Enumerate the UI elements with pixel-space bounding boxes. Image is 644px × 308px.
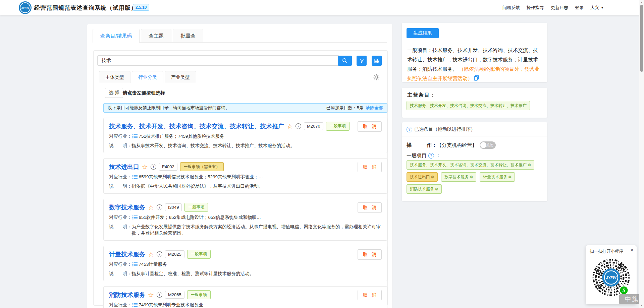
miniprogram-popup-title: 扫一扫打开小程序 — [590, 249, 623, 254]
search-button[interactable] — [338, 56, 352, 66]
user-menu[interactable]: 大兴 ▼ — [590, 5, 604, 11]
copy-icon[interactable] — [474, 74, 479, 84]
info-icon[interactable]: i — [157, 292, 162, 298]
remove-icon[interactable]: ⊗ — [528, 163, 531, 167]
selected-chip[interactable]: 数字技术服务⊗ — [441, 172, 476, 182]
notice-text: 以下条目可能涉及禁止限制目录，请向当地市场监管部门咨询。 — [108, 105, 230, 111]
operation-mode: 【分支机构经营】 — [437, 142, 477, 148]
filter-tabs: 主体类型行业分类产业类型 — [99, 71, 382, 83]
list-icon — [132, 134, 138, 140]
entry-tag: 一般事项 — [326, 122, 350, 131]
selected-chip[interactable]: 计量技术服务⊗ — [480, 172, 515, 182]
operation-row: 操 作： 【分支机构经营】 关闭 — [407, 141, 496, 149]
cancel-button[interactable]: 取 消 — [358, 249, 382, 260]
entry-title[interactable]: 消防技术服务 — [109, 291, 145, 299]
scroll-down-icon[interactable]: ▼ — [639, 304, 644, 307]
filter-button[interactable] — [357, 56, 367, 66]
entry-code: M2070 — [304, 122, 323, 130]
svg-text:JYFW: JYFW — [606, 275, 617, 280]
result-text: 一般项目：技术服务、技术开发、技术咨询、技术交流、技术转让、技术推广；技术进出口… — [407, 46, 542, 84]
funnel-icon — [359, 58, 365, 64]
cancel-button[interactable]: 取 消 — [358, 162, 382, 172]
selected-chip[interactable]: 技术服务、技术开发、技术咨询、技术交流、技术转让、技术推广⊗ — [407, 160, 534, 170]
app-logo: JYFW — [19, 1, 32, 14]
branch-toggle[interactable]: 关闭 — [480, 141, 496, 149]
search-input[interactable] — [97, 55, 339, 66]
filter-tab-0[interactable]: 主体类型 — [99, 71, 130, 83]
result-entry: 技术服务、技术开发、技术咨询、技术交流、技术转让、技术推广 ☆ i M2070 … — [103, 118, 387, 153]
entry-title[interactable]: 技术服务、技术开发、技术咨询、技术交流、技术转让、技术推广 — [109, 122, 284, 130]
header-links: 问题反馈操作指导更新日志登录 大兴 ▼ — [502, 0, 604, 15]
star-icon[interactable]: ☆ — [148, 251, 154, 258]
cancel-button[interactable]: 取 消 — [358, 121, 382, 132]
toggle-label: 关闭 — [486, 143, 493, 148]
star-icon[interactable]: ☆ — [287, 123, 293, 130]
grid-view-button[interactable] — [372, 56, 382, 66]
remove-icon[interactable]: ⊗ — [470, 175, 473, 179]
scroll-up-icon[interactable]: ▲ — [639, 1, 644, 4]
select-button[interactable]: 选 择 — [105, 88, 123, 98]
user-name: 大兴 — [590, 5, 599, 11]
result-entry: 计量技术服务 ☆ i M2025 一般事项 取 消 对应行业： 7453计量服务… — [103, 246, 387, 281]
help-icon[interactable]: ? — [407, 127, 412, 132]
page-scrollbar[interactable]: ▲ ▼ — [639, 0, 644, 308]
group-row: 一般项目 ? ： — [407, 152, 441, 159]
result-entry: 技术进出口 ☆ i F4002 一般事项（需备案） 取 消 对应行业： 6599… — [103, 158, 387, 194]
selected-chip[interactable]: 消防技术服务⊗ — [407, 184, 442, 194]
tab-query-entry[interactable]: 查条目/结果码 — [93, 29, 140, 42]
filter-tab-1[interactable]: 行业分类 — [132, 71, 163, 83]
version-badge: 2.5.10 — [133, 4, 149, 11]
info-icon[interactable]: i — [157, 204, 162, 210]
entry-title[interactable]: 技术进出口 — [109, 163, 139, 171]
header-link[interactable]: 登录 — [575, 5, 584, 11]
entry-code: I3049 — [165, 203, 182, 211]
divider — [402, 42, 547, 42]
desc-label: 说 明： — [109, 142, 132, 149]
tab-query-theme[interactable]: 查主题 — [141, 29, 171, 42]
header-link[interactable]: 更新日志 — [551, 5, 568, 11]
star-icon[interactable]: ☆ — [148, 204, 154, 211]
group-colon: ： — [436, 152, 441, 159]
result-entry: 数字技术服务 ☆ i I3049 一般事项 取 消 对应行业： 651软件开发；… — [103, 199, 387, 241]
star-icon[interactable]: ☆ — [142, 164, 148, 170]
info-icon[interactable]: i — [157, 251, 162, 257]
info-icon[interactable]: i — [296, 123, 301, 129]
app-title: 经营范围规范表述查询系统（试用版） — [34, 4, 137, 12]
chevron-down-icon: ▼ — [601, 6, 604, 9]
scrollbar-thumb[interactable] — [640, 5, 643, 72]
main-entry-chip[interactable]: 技术服务、技术开发、技术咨询、技术交流、技术转让、技术推广 — [407, 101, 530, 110]
info-icon[interactable]: i — [151, 164, 156, 170]
entry-title[interactable]: 数字技术服务 — [109, 203, 145, 211]
main-entry-title: 主营条目： — [407, 92, 436, 98]
app-logo-text: JYFW — [20, 2, 31, 13]
remove-icon[interactable]: ⊗ — [431, 175, 434, 179]
filter-tab-2[interactable]: 产业类型 — [165, 71, 196, 83]
cancel-button[interactable]: 取 消 — [358, 290, 382, 300]
header-link[interactable]: 操作指导 — [527, 5, 544, 11]
entry-tag: 一般事项 — [187, 290, 211, 299]
cancel-button[interactable]: 取 消 — [358, 202, 382, 213]
industry-label: 对应行业： — [109, 133, 132, 139]
remove-icon[interactable]: ⊗ — [508, 175, 512, 179]
added-count: 已添加条目数：5条 — [326, 105, 364, 111]
generate-result-button[interactable]: 生成结果 — [407, 28, 439, 38]
divider — [402, 136, 547, 136]
selected-chip[interactable]: 技术进出口⊗ — [407, 172, 438, 182]
list-icon — [132, 215, 138, 221]
star-icon[interactable]: ☆ — [148, 292, 154, 298]
remove-icon[interactable]: ⊗ — [435, 187, 438, 191]
clear-all-link[interactable]: 清除全部 — [366, 105, 383, 111]
entry-title[interactable]: 计量技术服务 — [109, 250, 145, 258]
industry-label: 对应行业： — [109, 261, 132, 267]
toggle-knob — [480, 142, 486, 148]
settings-gear-icon[interactable] — [373, 74, 380, 82]
header-link[interactable]: 问题反馈 — [502, 5, 520, 11]
entry-desc: 指从事计量检定、校准、检测、测试等计量技术服务的活动。 — [132, 270, 254, 277]
tab-batch-query[interactable]: 批量查 — [173, 29, 203, 42]
close-icon[interactable]: × — [630, 247, 634, 254]
help-icon[interactable]: ? — [428, 153, 434, 159]
entry-tag: 一般事项（需备案） — [180, 162, 224, 171]
selected-entries-title: 已选条目（拖动以进行排序） — [414, 126, 475, 132]
header-bar: JYFW 经营范围规范表述查询系统（试用版） 2.5.10 问题反馈操作指导更新… — [0, 0, 644, 15]
operation-label: 操 作： — [407, 142, 437, 148]
